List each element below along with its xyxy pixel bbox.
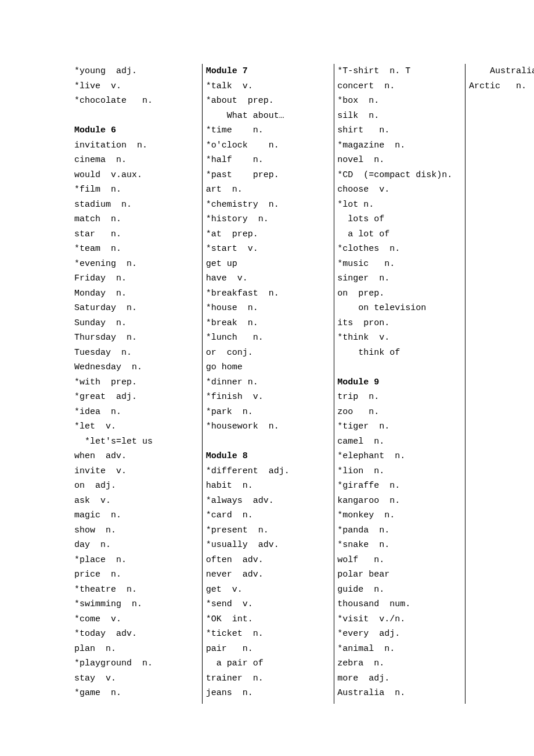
vocab-entry: choose v.	[337, 182, 462, 197]
vocab-entry: *theatre n.	[74, 582, 199, 597]
vocab-entry: day n.	[74, 538, 199, 553]
vocab-entry: *dinner n.	[206, 375, 331, 390]
vocab-entry: jeans n.	[206, 686, 331, 701]
vocab-entry: *game n.	[74, 686, 199, 701]
vocab-entry: get up	[206, 257, 331, 272]
vocab-entry: Friday n.	[74, 271, 199, 286]
blank-line	[74, 109, 199, 124]
vocab-entry: *history n.	[206, 212, 331, 227]
vocab-entry: star n.	[74, 227, 199, 242]
vocab-entry: *housework n.	[206, 419, 331, 434]
vocab-entry: on prep.	[337, 286, 462, 301]
vocab-entry: *let v.	[74, 419, 199, 434]
vocab-entry: invitation n.	[74, 138, 199, 153]
vocab-entry: guide n.	[337, 582, 462, 597]
vocab-entry: thousand num.	[337, 597, 462, 612]
vocab-entry: *evening n.	[74, 257, 199, 272]
vocab-entry: its pron.	[337, 316, 462, 331]
vocab-entry: kangaroo n.	[337, 494, 462, 509]
vocab-entry: *let's=let us	[74, 434, 199, 449]
vocab-entry: stay v.	[74, 671, 199, 686]
module-heading: Module 7	[206, 64, 331, 79]
vocab-entry: get v.	[206, 582, 331, 597]
vocab-entry: plan n.	[74, 642, 199, 657]
vocab-entry: *giraffe n.	[337, 478, 462, 494]
vocab-entry: *magazine n.	[337, 138, 462, 153]
vocab-entry: a pair of	[206, 656, 331, 671]
page-root: *young adj.*live v.*chocolate n.Module 6…	[0, 0, 534, 756]
vocab-entry: stadium n.	[74, 197, 199, 213]
vocab-entry: zoo n.	[337, 405, 462, 420]
vocab-entry: *chemistry n.	[206, 197, 331, 213]
vocab-entry: Wednesday n.	[74, 360, 199, 375]
vocab-entry: show n.	[74, 523, 199, 538]
vocab-entry: *talk v.	[206, 79, 331, 94]
vocab-entry: trainer n.	[206, 671, 331, 686]
vocab-entry: on television	[337, 301, 462, 316]
vocab-entry: *CD (=compact disk)n.	[337, 168, 462, 183]
vocab-entry: Arctic n.	[469, 79, 534, 94]
vocab-entry: a lot of	[337, 227, 462, 242]
vocab-entry: *snake n.	[337, 538, 462, 553]
vocab-entry: zebra n.	[337, 656, 462, 671]
vocab-entry: *finish v.	[206, 390, 331, 405]
vocab-entry: *send v.	[206, 597, 331, 612]
vocab-entry: novel n.	[337, 153, 462, 168]
vocab-entry: would v.aux.	[74, 168, 199, 183]
vocab-entry: Thursday n.	[74, 330, 199, 345]
vocab-entry: *with prep.	[74, 375, 199, 390]
vocab-entry: *animal n.	[337, 642, 462, 657]
vocab-entry: *music n.	[337, 257, 462, 272]
vocab-entry: *usually adv.	[206, 538, 331, 553]
vocab-entry: never adv.	[206, 567, 331, 582]
vocab-entry: *monkey n.	[337, 508, 462, 523]
vocab-entry: price n.	[74, 567, 199, 582]
vocab-entry: Australia n.	[337, 686, 462, 701]
vocab-entry: think of	[337, 345, 462, 361]
vocab-entry: Saturday n.	[74, 301, 199, 316]
vocab-entry: *time n.	[206, 123, 331, 138]
vocab-entry: *OK int.	[206, 612, 331, 627]
vocab-entry: habit n.	[206, 478, 331, 494]
vocab-entry: art n.	[206, 182, 331, 197]
vocab-entry: camel n.	[337, 434, 462, 449]
blank-line	[206, 434, 331, 449]
vocab-entry: *o'clock n.	[206, 138, 331, 153]
vocab-entry: polar bear	[337, 567, 462, 582]
vocab-entry: pair n.	[206, 642, 331, 657]
vocab-entry: *chocolate n.	[74, 93, 199, 109]
vocab-entry: *think v.	[337, 330, 462, 345]
vocab-entry: shirt n.	[337, 123, 462, 138]
vocab-entry: *present n.	[206, 523, 331, 538]
vocab-entry: *lion n.	[337, 464, 462, 479]
vocab-entry: *ticket n.	[206, 627, 331, 642]
vocab-entry: *at prep.	[206, 227, 331, 242]
vocab-entry: *lot n.	[337, 197, 462, 213]
vocab-entry: singer n.	[337, 271, 462, 286]
module-heading: Module 9	[337, 375, 462, 390]
vocab-entry: *great adj.	[74, 390, 199, 405]
vocab-entry: *every adj.	[337, 627, 462, 642]
vocab-entry: *visit v./n.	[337, 612, 462, 627]
vocab-entry: magic n.	[74, 508, 199, 523]
vocab-entry: *about prep.	[206, 93, 331, 109]
vocab-entry: silk n.	[337, 109, 462, 124]
vocab-entry: *young adj.	[74, 64, 199, 79]
vocab-entry: *panda n.	[337, 523, 462, 538]
vocab-entry: trip n.	[337, 390, 462, 405]
vocab-entry: *come v.	[74, 612, 199, 627]
vocab-entry: wolf n.	[337, 553, 462, 568]
vocab-entry: *half n.	[206, 153, 331, 168]
vocab-entry: Australian adj.	[469, 64, 534, 79]
vocab-entry: *tiger n.	[337, 419, 462, 434]
vocab-entry: *different adj.	[206, 464, 331, 479]
vocab-entry: *today adv.	[74, 627, 199, 642]
vocab-entry: *breakfast n.	[206, 286, 331, 301]
vocab-entry: Monday n.	[74, 286, 199, 301]
vocab-entry: Tuesday n.	[74, 345, 199, 361]
vocab-entry: on adj.	[74, 478, 199, 494]
vocab-entry: *place n.	[74, 553, 199, 568]
vocab-entry: *park n.	[206, 405, 331, 420]
vocab-entry: *T-shirt n. T	[337, 64, 462, 79]
vocab-entry: ask v.	[74, 494, 199, 509]
